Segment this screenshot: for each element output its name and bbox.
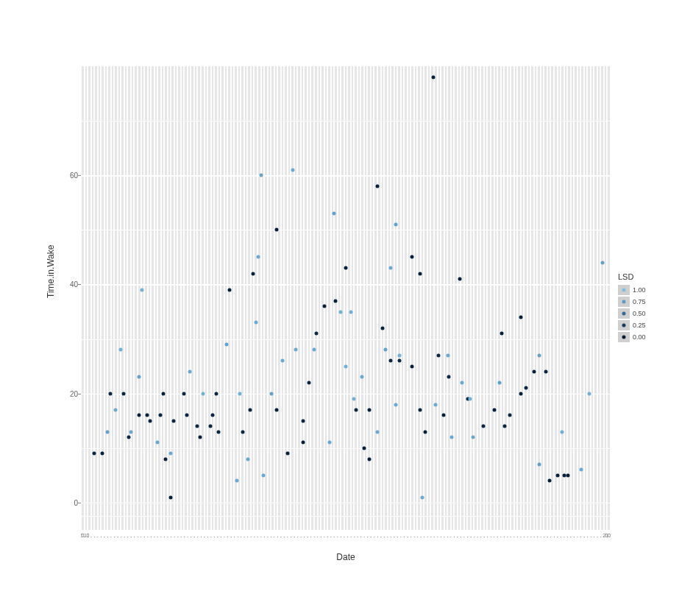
x-tick-mark: ·	[230, 533, 232, 541]
legend-swatch-dot	[622, 288, 626, 292]
data-point	[411, 255, 414, 259]
v-gridline	[590, 66, 591, 530]
v-gridline	[210, 66, 212, 530]
x-tick-mark: ·	[274, 533, 275, 541]
x-tick-mark: ·	[300, 533, 302, 541]
x-tick-mark: ·	[270, 533, 271, 541]
x-tick-mark: ·	[117, 533, 118, 541]
v-gridline	[344, 66, 345, 530]
y-tick-label: 60	[65, 171, 78, 180]
data-point	[214, 392, 218, 395]
v-gridline	[183, 66, 185, 530]
data-point	[246, 457, 249, 461]
x-tick-mark: ·	[263, 533, 265, 541]
v-gridline	[333, 66, 335, 530]
data-point	[442, 414, 446, 417]
v-gridline	[394, 66, 395, 530]
v-gridline	[407, 66, 408, 530]
x-tick-mark: ·	[553, 533, 555, 541]
data-point	[108, 392, 112, 395]
data-point	[201, 392, 205, 395]
x-tick-mark: ·	[363, 533, 365, 541]
v-gridline	[510, 66, 511, 530]
v-gridline	[190, 66, 191, 530]
v-gridline	[463, 66, 465, 530]
x-tick-mark: ·	[366, 533, 368, 541]
x-tick-mark: ·	[547, 533, 548, 541]
v-gridline	[150, 66, 152, 530]
data-point	[461, 380, 464, 384]
data-point	[280, 359, 284, 363]
data-point	[556, 473, 560, 477]
v-gridline	[290, 66, 291, 530]
v-gridline	[120, 66, 121, 530]
data-point	[199, 436, 202, 439]
v-gridline	[104, 66, 105, 530]
v-gridline	[170, 66, 171, 530]
x-tick-mark: ·	[310, 533, 311, 541]
data-point	[227, 288, 231, 291]
x-tick-mark: ·	[113, 533, 115, 541]
data-point	[156, 441, 160, 445]
x-tick-mark: ·	[177, 533, 178, 541]
chart-container: Time.in.Wake Date 0204060 ··············…	[29, 29, 664, 587]
legend-row: 0.50	[618, 308, 658, 319]
v-gridline	[477, 66, 478, 530]
v-gridline	[337, 66, 338, 530]
v-gridline	[330, 66, 332, 530]
v-gridline	[137, 66, 138, 530]
data-point	[431, 75, 435, 79]
x-tick-mark: ·	[566, 533, 568, 541]
v-gridline	[397, 66, 398, 530]
y-axis-label: Time.in.Wake	[46, 245, 56, 298]
x-tick-mark: ·	[104, 533, 105, 541]
x-tick-mark: ·	[470, 533, 472, 541]
x-tick-mark: ·	[260, 533, 261, 541]
v-gridline	[557, 66, 558, 530]
h-gridline	[81, 284, 611, 286]
data-point	[169, 452, 173, 456]
v-gridline	[610, 66, 611, 530]
data-point	[172, 419, 176, 422]
legend-label: 0.00	[633, 333, 646, 341]
x-tick-mark: ·	[420, 533, 422, 541]
x-tick-mark: ·	[240, 533, 241, 541]
x-axis-label: Date	[336, 552, 355, 562]
x-tick-mark: ·	[386, 533, 388, 541]
data-point	[503, 425, 507, 428]
legend-label: 0.50	[633, 310, 646, 317]
v-gridline	[380, 66, 382, 530]
x-tick-mark: ·	[174, 533, 175, 541]
v-gridline	[507, 66, 508, 530]
x-tick-mark: ·	[237, 533, 238, 541]
data-point	[161, 392, 165, 395]
data-point	[262, 473, 266, 477]
legend-row: 0.25	[618, 319, 658, 331]
v-gridline	[520, 66, 522, 530]
v-gridline	[97, 66, 99, 530]
data-point	[376, 185, 380, 188]
x-tick-mark: ·	[523, 533, 525, 541]
v-gridline	[357, 66, 358, 530]
x-tick-mark: ·	[210, 533, 211, 541]
x-tick-mark: ·	[283, 533, 285, 541]
v-gridline	[174, 66, 175, 530]
v-gridline	[450, 66, 452, 530]
v-gridline	[387, 66, 388, 530]
x-tick-mark: ·	[246, 533, 248, 541]
x-tick-mark: ·	[540, 533, 541, 541]
x-tick-mark: ·	[577, 533, 578, 541]
x-tick-mark: ·	[380, 533, 381, 541]
x-tick-mark: ·	[370, 533, 372, 541]
x-tick-mark: ·	[207, 533, 208, 541]
v-gridline	[494, 66, 495, 530]
x-tick-mark: ·	[486, 533, 488, 541]
x-tick-mark: ·	[187, 533, 188, 541]
x-tick-mark: ·	[397, 533, 398, 541]
data-point	[424, 430, 427, 433]
v-gridline	[117, 66, 118, 530]
h-gridline	[81, 516, 611, 517]
data-point	[352, 397, 355, 401]
x-tick-mark: ·	[224, 533, 225, 541]
data-point	[421, 495, 424, 499]
